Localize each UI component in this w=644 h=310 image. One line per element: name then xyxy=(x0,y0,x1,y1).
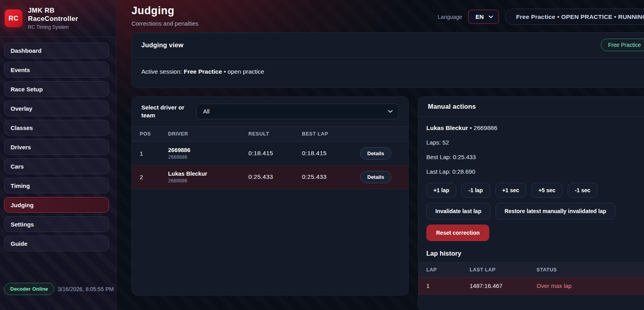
active-session-line: Active session: Free Practice • open pra… xyxy=(132,58,644,87)
brand-title: JMK RB RaceController xyxy=(28,7,78,23)
row-result: 0:18.415 xyxy=(248,150,302,157)
language-value: EN xyxy=(476,13,484,20)
col-header-status: STATUS xyxy=(537,267,644,273)
row-driver: 2669886 2669886 xyxy=(168,147,248,160)
judging-view-header: Judging view Free Practice xyxy=(132,33,644,58)
selected-driver-line: Lukas Bleckur • 2669886 xyxy=(426,124,644,132)
col-header-result: RESULT xyxy=(248,131,302,137)
invalidate-last-lap-button[interactable]: Invalidate last lap xyxy=(426,203,490,219)
app-root: RC JMK RB RaceController RC Timing Syste… xyxy=(0,0,644,310)
row-best-lap: 0:25.433 xyxy=(302,173,360,180)
row-pos: 1 xyxy=(140,150,168,157)
lap-history-row[interactable]: 1 1487:16.467 Over max lap xyxy=(418,277,644,295)
lap-history-table: LAP LAST LAP STATUS 1 1487:16.467 Over m… xyxy=(418,262,644,295)
driver-transponder: 2669886 xyxy=(168,154,248,160)
sidebar-item-overlay[interactable]: Overlay xyxy=(4,100,109,116)
sidebar-item-dashboard[interactable]: Dashboard xyxy=(4,43,109,58)
clock-timestamp: 3/16/2026, 8:05:55 PM xyxy=(58,286,114,292)
lap-validity-buttons-row: Invalidate last lap Restore latest manua… xyxy=(426,203,644,219)
sidebar-item-judging[interactable]: Judging xyxy=(4,197,109,213)
page-head: Judging Corrections and penalties xyxy=(131,5,198,27)
language-label: Language xyxy=(438,14,462,20)
decoder-status-badge: Decoder Online xyxy=(4,283,54,295)
session-badge: Free Practice xyxy=(601,39,644,51)
sidebar-item-settings[interactable]: Settings xyxy=(4,216,109,232)
last-lap-value: Last Lap: 0:28.690 xyxy=(426,168,644,175)
driver-name: Lukas Bleckur xyxy=(168,171,248,177)
plus-5-sec-button[interactable]: +5 sec xyxy=(531,183,563,198)
active-session-prefix: Active session: xyxy=(141,68,184,75)
sidebar-item-cars[interactable]: Cars xyxy=(4,158,109,174)
brand-title-line1: JMK RB xyxy=(28,7,78,15)
table-row[interactable]: 1 2669886 2669886 0:18.415 0:18.415 Deta… xyxy=(132,142,408,165)
manual-actions-title: Manual actions xyxy=(428,103,476,110)
col-header-driver: DRIVER xyxy=(168,131,248,137)
lap-status: Over max lap xyxy=(537,282,644,289)
driver-filter-value: All xyxy=(203,108,209,115)
language-select[interactable]: EN xyxy=(468,9,499,24)
brand-subtitle: RC Timing System xyxy=(28,24,78,30)
sidebar-item-guide[interactable]: Guide xyxy=(4,236,109,251)
app-logo-icon: RC xyxy=(5,9,22,27)
reset-correction-button[interactable]: Reset correction xyxy=(426,225,489,241)
judging-view-title: Judging view xyxy=(141,41,183,49)
judging-view-card: Judging view Free Practice Active sessio… xyxy=(131,32,644,88)
lap-history-title: Lap history xyxy=(426,250,644,257)
best-lap-value: Best Lap: 0:25.433 xyxy=(426,154,644,160)
laps-count: Laps: 52 xyxy=(426,139,644,146)
sidebar-item-classes[interactable]: Classes xyxy=(4,120,109,136)
results-table-header: POS DRIVER RESULT BEST LAP xyxy=(132,126,408,142)
driver-filter-select[interactable]: All xyxy=(196,104,399,119)
col-header-lap: LAP xyxy=(426,267,470,273)
plus-1-lap-button[interactable]: +1 lap xyxy=(426,183,456,198)
details-button[interactable]: Details xyxy=(360,171,391,183)
lap-number: 1 xyxy=(426,282,470,289)
sidebar-nav: Dashboard Events Race Setup Overlay Clas… xyxy=(0,43,116,251)
plus-1-sec-button[interactable]: +1 sec xyxy=(495,183,526,198)
row-result: 0:25.433 xyxy=(248,173,302,180)
chevron-down-icon xyxy=(388,110,393,113)
sidebar-item-timing[interactable]: Timing xyxy=(4,178,109,193)
brand: RC JMK RB RaceController RC Timing Syste… xyxy=(0,0,116,36)
sidebar-footer: Decoder Online 3/16/2026, 8:05:55 PM xyxy=(4,283,112,295)
topbar: Judging Corrections and penalties Langua… xyxy=(131,5,644,27)
page-subtitle: Corrections and penalties xyxy=(131,20,198,27)
session-status-pill: Free Practice • OPEN PRACTICE • RUNNING xyxy=(505,9,644,25)
adjust-buttons-row: +1 lap -1 lap +1 sec +5 sec -1 sec xyxy=(426,183,644,198)
main-content: Judging Corrections and penalties Langua… xyxy=(131,5,644,310)
page-title: Judging xyxy=(131,5,198,17)
minus-1-lap-button[interactable]: -1 lap xyxy=(461,183,490,198)
content-columns: Select driver or team All POS DRIVER RES… xyxy=(131,97,644,310)
selected-driver-name: Lukas Bleckur xyxy=(426,124,468,131)
driver-filter-row: Select driver or team All xyxy=(132,97,408,126)
lap-time: 1487:16.467 xyxy=(470,282,537,289)
minus-1-sec-button[interactable]: -1 sec xyxy=(568,183,598,198)
selected-driver-number: • 2669886 xyxy=(468,124,497,131)
details-button[interactable]: Details xyxy=(360,147,391,160)
driver-name: 2669886 xyxy=(168,147,248,153)
driver-transponder: 2669886 xyxy=(168,178,248,184)
driver-results-card: Select driver or team All POS DRIVER RES… xyxy=(131,97,409,295)
row-best-lap: 0:18.415 xyxy=(302,150,360,157)
row-pos: 2 xyxy=(140,174,168,180)
manual-actions-body: Lukas Bleckur • 2669886 Laps: 52 Best La… xyxy=(418,117,644,303)
row-driver: Lukas Bleckur 2669886 xyxy=(168,171,248,184)
sidebar-item-race-setup[interactable]: Race Setup xyxy=(4,81,109,97)
col-header-best-lap: BEST LAP xyxy=(302,131,360,137)
top-controls: Language EN Free Practice • OPEN PRACTIC… xyxy=(438,9,644,25)
active-session-name: Free Practice xyxy=(184,68,222,75)
lap-history-header: LAP LAST LAP STATUS xyxy=(418,262,644,277)
driver-filter-label: Select driver or team xyxy=(141,104,188,120)
brand-title-line2: RaceController xyxy=(28,15,78,23)
restore-invalidated-lap-button[interactable]: Restore latest manually invalidated lap xyxy=(496,203,615,219)
logo-text: RC xyxy=(9,15,19,22)
col-header-last-lap: LAST LAP xyxy=(470,267,537,273)
sidebar-item-drivers[interactable]: Drivers xyxy=(4,139,109,155)
sidebar: RC JMK RB RaceController RC Timing Syste… xyxy=(0,0,117,310)
brand-text: JMK RB RaceController RC Timing System xyxy=(28,7,78,30)
main-area: Judging Corrections and penalties Langua… xyxy=(117,0,644,310)
manual-actions-card: Manual actions Lukas Bleckur • 2669886 L… xyxy=(418,97,644,310)
sidebar-item-events[interactable]: Events xyxy=(4,62,109,78)
col-header-pos: POS xyxy=(140,131,168,137)
table-row[interactable]: 2 Lukas Bleckur 2669886 0:25.433 0:25.43… xyxy=(132,165,408,189)
